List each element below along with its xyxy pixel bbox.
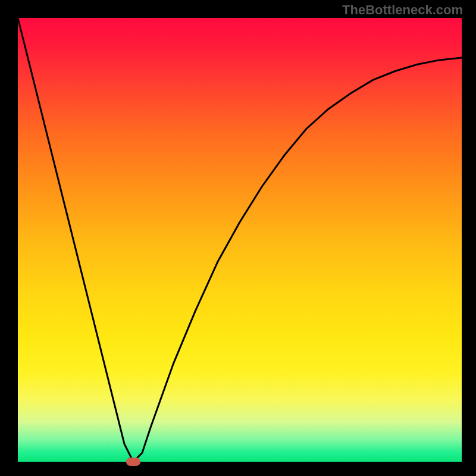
chart-plot-area bbox=[18, 18, 462, 462]
optimal-point-marker bbox=[126, 458, 140, 466]
bottleneck-curve-line bbox=[18, 18, 462, 462]
watermark-text: TheBottleneck.com bbox=[342, 2, 463, 18]
